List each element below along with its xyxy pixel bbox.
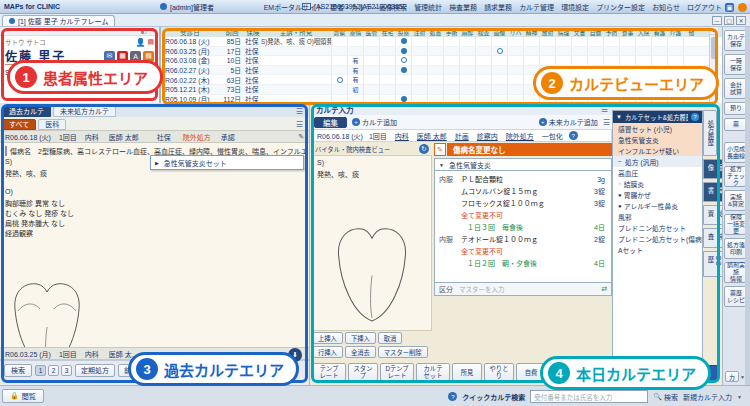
panel-options-icon[interactable]: ◧ bbox=[141, 27, 148, 35]
medication-row[interactable]: １日２回 朝・夕食後4日 bbox=[439, 257, 607, 269]
edit-button-下挿入[interactable]: 下挿入 bbox=[345, 332, 376, 344]
info-link-院外処方[interactable]: 院外処方 bbox=[506, 131, 534, 141]
vtab-処方履歴[interactable]: 処方履歴 bbox=[703, 110, 717, 156]
medication-row[interactable]: 全て変更不可 bbox=[439, 209, 607, 221]
set-item-プレドニン処方セット[interactable]: プレドニン処方セット bbox=[613, 222, 702, 233]
edit-button-上挿入[interactable]: 上挿入 bbox=[312, 332, 343, 344]
toolbar-button-カルテセット[interactable]: カルテ セット bbox=[416, 363, 450, 381]
suggestion-popup[interactable]: ▶ 急性気管支炎セット bbox=[150, 155, 304, 170]
toolbar-button-Dテンプレート[interactable]: Dテンプ レート bbox=[380, 363, 414, 381]
today-tabs-menu-icon[interactable]: ☰ bbox=[603, 118, 610, 127]
vtab-DO歴[interactable]: DO歴 bbox=[703, 251, 724, 277]
medication-row[interactable]: １日３回 毎食後4日 bbox=[439, 221, 607, 233]
help-circle-icon[interactable]: ? bbox=[691, 113, 699, 121]
tab-past-karte[interactable]: 過去カルテ bbox=[2, 106, 51, 117]
set-item-急性気管支炎[interactable]: 急性気管支炎 bbox=[613, 134, 702, 145]
frame-tab-bar: [1] 佐藤 里子 カルテフレーム ─ ▢ ✕ bbox=[0, 14, 750, 27]
info-link-医師 太郎[interactable]: 医師 太郎 bbox=[417, 131, 447, 141]
rail-mini-button[interactable]: カ bbox=[725, 371, 739, 382]
medication-row[interactable]: 内服テオドール錠１００ｍｇ2錠 bbox=[439, 233, 607, 245]
set-item-プレドニン処方セット(傷病名あり)[interactable]: プレドニン処方セット(傷病名あり) bbox=[613, 233, 702, 244]
past-toolbar-定期処方[interactable]: 定期処方 bbox=[75, 364, 115, 377]
set-item-感冒セット (小児)[interactable]: 感冒セット (小児) bbox=[613, 123, 702, 134]
toolbar-button-やりとり[interactable]: やりとり bbox=[484, 363, 514, 381]
info-link-計画[interactable]: 計画 bbox=[455, 131, 469, 141]
set-item-胃腸かぜ[interactable]: ●胃腸かぜ bbox=[613, 189, 702, 200]
set-item-高血圧[interactable]: 高血圧 bbox=[613, 167, 702, 178]
info-link-内科[interactable]: 内科 bbox=[395, 131, 409, 141]
add-karte-button[interactable]: + カルテ追加 bbox=[352, 117, 397, 127]
page-button-2[interactable]: 2 bbox=[48, 365, 59, 376]
medication-row[interactable]: 全て変更不可 bbox=[439, 245, 607, 257]
filter-tab-all[interactable]: すべて bbox=[2, 119, 36, 130]
past-entry-header[interactable]: R06.06.18 (火) 1回目 内科 医師 太郎 社保 院外処方 承認 ✎ bbox=[0, 130, 309, 143]
swap-icon[interactable]: ⇄ bbox=[601, 285, 607, 293]
menu-item-カルテ管理[interactable]: カルテ管理 bbox=[519, 2, 554, 12]
edit-button-取消[interactable]: 取消 bbox=[378, 332, 403, 344]
close-button[interactable]: ✕ bbox=[736, 16, 746, 25]
toolbar-button-スタンプ[interactable]: スタンプ bbox=[348, 363, 378, 381]
medication-row[interactable]: ムコソルバン錠１５ｍｇ3錠 bbox=[439, 185, 607, 197]
filter-menu-icon[interactable]: ☰ bbox=[296, 120, 303, 129]
vital-view-body[interactable]: S)発熱、咳、痰 bbox=[312, 155, 432, 331]
help-circle-icon[interactable]: ? bbox=[448, 392, 457, 401]
diagnosis-banner[interactable]: 傷病名変更なし bbox=[447, 143, 612, 156]
refresh-icon[interactable]: ↻ bbox=[419, 144, 429, 154]
help-circle-icon[interactable]: ? bbox=[569, 131, 578, 140]
text-marker: 有 bbox=[352, 66, 358, 75]
set-item-処方 (汎用)[interactable]: −処方 (汎用) bbox=[613, 156, 702, 167]
set-item-結膜炎[interactable]: ○結膜炎 bbox=[613, 178, 702, 189]
view-mode-tab[interactable]: 🔒 閲覧 bbox=[2, 389, 44, 403]
past-entry-body[interactable]: 傷病名 2型糖尿病、高コレステロール血症、高血圧症、緑内障、慢性胃炎、喘息、イン… bbox=[0, 143, 309, 347]
menu-item-検査業務[interactable]: 検査業務 bbox=[449, 2, 477, 12]
set-dropdown[interactable]: ▼ 急性気管支炎 bbox=[434, 158, 612, 171]
set-item-アレルギー性鼻炎[interactable]: ●アレルギー性鼻炎 bbox=[613, 200, 702, 211]
scroll-up-icon[interactable]: ▲ bbox=[710, 27, 718, 35]
search-button[interactable]: 🔍 検索 bbox=[653, 392, 678, 402]
add-future-karte-button[interactable]: + 未来カルテ追加 bbox=[539, 117, 598, 127]
menu-item-患者・カルテ・画像検索[interactable]: 患者・カルテ・画像検索 bbox=[330, 2, 407, 12]
maximize-button[interactable]: ▢ bbox=[724, 16, 734, 25]
past-tabs-menu-icon[interactable]: ☰ bbox=[296, 107, 303, 116]
new-karte-button[interactable]: 新規カルテ入力 bbox=[683, 392, 732, 402]
med-type: 内服 bbox=[439, 234, 461, 244]
quick-search-input[interactable]: 受付番号または氏名を入力 bbox=[530, 390, 648, 403]
set-item-風邪[interactable]: 風邪 bbox=[613, 211, 702, 222]
menu-item-ログアウト[interactable]: ログアウト bbox=[687, 2, 722, 12]
diagnosis-edit-icon[interactable]: ✎ bbox=[434, 143, 446, 156]
help-icon[interactable] bbox=[738, 3, 747, 12]
entry-edit-icon[interactable]: ✎ bbox=[298, 133, 304, 141]
edit-patient-icon[interactable]: ✎ bbox=[150, 27, 156, 35]
edit-button-全消去[interactable]: 全消去 bbox=[345, 346, 376, 358]
toolbar-button-所見[interactable]: 所見 bbox=[452, 363, 482, 381]
tab-edit[interactable]: 編集 bbox=[314, 117, 347, 128]
past-search-button[interactable]: 検索 bbox=[4, 364, 32, 377]
alert-list-icon[interactable]: ▤ bbox=[147, 38, 154, 46]
medication-row[interactable]: フロモックス錠１００ｍｇ3錠 bbox=[439, 197, 607, 209]
chevron-down-icon[interactable]: ▼ bbox=[737, 394, 742, 400]
keyboard-icon[interactable]: ▣ bbox=[725, 3, 734, 12]
page-button-3[interactable]: 3 bbox=[61, 365, 72, 376]
menu-item-お知らせ[interactable]: お知らせ bbox=[652, 2, 680, 12]
edit-button-マスター削除[interactable]: マスター削除 bbox=[378, 346, 428, 358]
set-item-インフルエンザ疑い[interactable]: インフルエンザ疑い bbox=[613, 145, 702, 156]
menu-item-EMポータルサイト[interactable]: EMポータルサイト bbox=[264, 2, 324, 12]
filter-tab-medical[interactable]: 医科 bbox=[38, 119, 66, 130]
scrollbar-thumb[interactable] bbox=[711, 37, 717, 59]
tab-future-karte[interactable]: 未来処方カルテ bbox=[53, 106, 116, 117]
edit-button-行挿入[interactable]: 行挿入 bbox=[312, 346, 343, 358]
menu-item-管理統計[interactable]: 管理統計 bbox=[414, 2, 442, 12]
menu-item-請求業務[interactable]: 請求業務 bbox=[484, 2, 512, 12]
info-link-診察内[interactable]: 診察内 bbox=[477, 131, 498, 141]
medication-list[interactable]: 内服ＰＬ配合顆粒3gムコソルバン錠１５ｍｇ3錠フロモックス錠１００ｍｇ3錠全て変… bbox=[434, 171, 612, 283]
toolbar-button-テンプレート[interactable]: テンプ レート bbox=[312, 363, 346, 381]
patient-frame-tab[interactable]: [1] 佐藤 里子 カルテフレーム bbox=[2, 15, 115, 26]
minimize-button[interactable]: ─ bbox=[712, 16, 722, 25]
set-item-Aセット[interactable]: Aセット bbox=[613, 244, 702, 255]
master-input-placeholder[interactable]: マスターを入力 bbox=[459, 284, 505, 294]
today-title-menu-icon[interactable]: ☰ bbox=[601, 105, 608, 114]
medication-row[interactable]: 内服ＰＬ配合顆粒3g bbox=[439, 173, 607, 185]
menu-item-環境設定[interactable]: 環境設定 bbox=[561, 2, 589, 12]
page-button-1[interactable]: 1 bbox=[35, 365, 46, 376]
menu-item-プリンター設定[interactable]: プリンター設定 bbox=[596, 2, 645, 12]
